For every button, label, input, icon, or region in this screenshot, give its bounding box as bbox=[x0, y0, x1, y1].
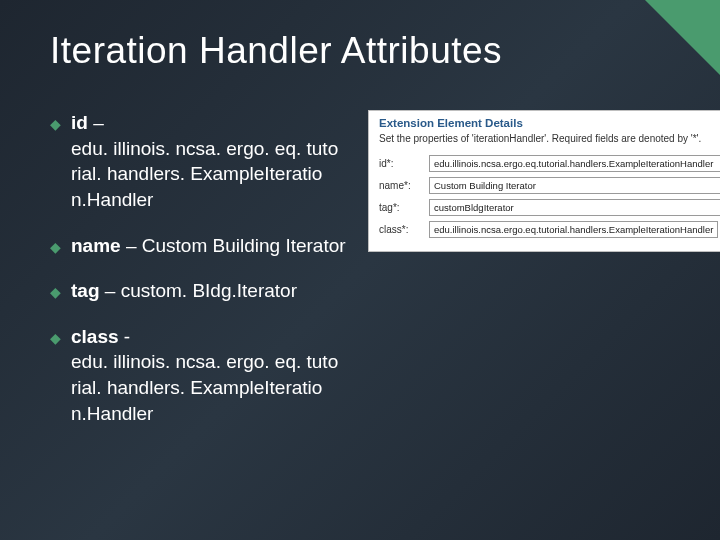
bullet-sep: - bbox=[119, 326, 131, 347]
properties-panel: Extension Element Details Set the proper… bbox=[368, 110, 720, 252]
panel-description: Set the properties of 'iterationHandler'… bbox=[379, 132, 720, 145]
slide-content: Iteration Handler Attributes ◆ id – edu.… bbox=[0, 0, 720, 476]
bullet-item-tag: ◆ tag – custom. BIdg.Iterator bbox=[50, 278, 350, 304]
panel-heading: Extension Element Details bbox=[379, 117, 720, 129]
bullet-item-class: ◆ class - edu. illinois. ncsa. ergo. eq.… bbox=[50, 324, 350, 427]
bullet-sep: – bbox=[100, 280, 121, 301]
bullet-text: id – edu. illinois. ncsa. ergo. eq. tuto… bbox=[71, 110, 350, 213]
bullet-item-id: ◆ id – edu. illinois. ncsa. ergo. eq. tu… bbox=[50, 110, 350, 213]
field-label-tag: tag*: bbox=[379, 202, 423, 213]
bullet-sep: – bbox=[121, 235, 142, 256]
field-input-tag[interactable]: customBldgIterator bbox=[429, 199, 720, 216]
bullet-value: edu. illinois. ncsa. ergo. eq. tuto rial… bbox=[71, 138, 338, 210]
bullet-sep: – bbox=[88, 112, 104, 133]
field-label-class: class*: bbox=[379, 224, 423, 235]
field-label-name: name*: bbox=[379, 180, 423, 191]
field-label-id: id*: bbox=[379, 158, 423, 169]
bullet-label: name bbox=[71, 235, 121, 256]
bullet-label: id bbox=[71, 112, 88, 133]
bullet-value: edu. illinois. ncsa. ergo. eq. tuto rial… bbox=[71, 351, 338, 423]
bullet-text: class - edu. illinois. ncsa. ergo. eq. t… bbox=[71, 324, 350, 427]
corner-accent bbox=[645, 0, 720, 75]
bullet-icon: ◆ bbox=[50, 283, 61, 302]
panel-row-name: name*: Custom Building Iterator bbox=[379, 177, 720, 194]
bullet-icon: ◆ bbox=[50, 238, 61, 257]
bullet-icon: ◆ bbox=[50, 115, 61, 134]
slide-title: Iteration Handler Attributes bbox=[50, 30, 680, 72]
field-input-name[interactable]: Custom Building Iterator bbox=[429, 177, 720, 194]
bullet-list: ◆ id – edu. illinois. ncsa. ergo. eq. tu… bbox=[50, 110, 350, 446]
bullet-label: class bbox=[71, 326, 119, 347]
bullet-text: name – Custom Building Iterator bbox=[71, 233, 346, 259]
panel-row-tag: tag*: customBldgIterator bbox=[379, 199, 720, 216]
bullet-item-name: ◆ name – Custom Building Iterator bbox=[50, 233, 350, 259]
bullet-value: custom. BIdg.Iterator bbox=[121, 280, 297, 301]
field-input-id[interactable]: edu.illinois.ncsa.ergo.eq.tutorial.handl… bbox=[429, 155, 720, 172]
content-row: ◆ id – edu. illinois. ncsa. ergo. eq. tu… bbox=[50, 110, 680, 446]
bullet-label: tag bbox=[71, 280, 100, 301]
bullet-text: tag – custom. BIdg.Iterator bbox=[71, 278, 297, 304]
field-input-class[interactable]: edu.illinois.ncsa.ergo.eq.tutorial.handl… bbox=[429, 221, 718, 238]
bullet-icon: ◆ bbox=[50, 329, 61, 348]
bullet-value: Custom Building Iterator bbox=[142, 235, 346, 256]
panel-row-id: id*: edu.illinois.ncsa.ergo.eq.tutorial.… bbox=[379, 155, 720, 172]
panel-row-class: class*: edu.illinois.ncsa.ergo.eq.tutori… bbox=[379, 221, 720, 238]
